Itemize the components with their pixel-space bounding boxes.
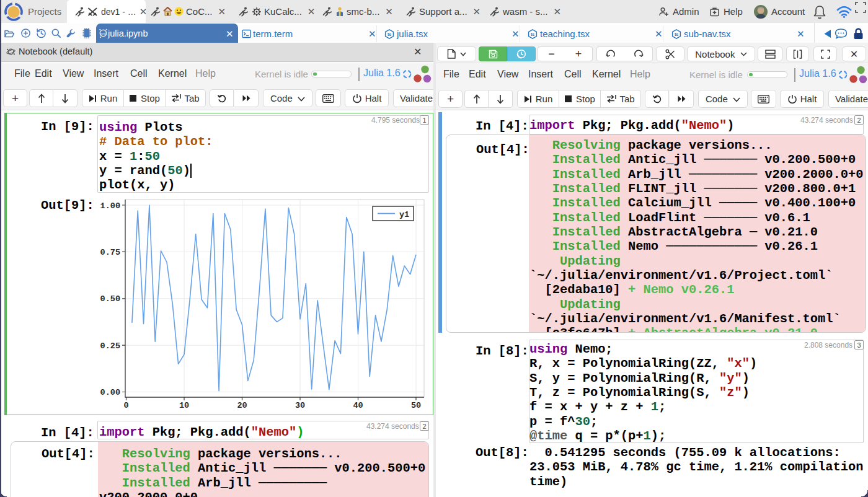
svg-text:y1: y1 bbox=[399, 210, 409, 219]
svg-text:ts: ts bbox=[388, 32, 391, 37]
svg-text:0.25: 0.25 bbox=[100, 341, 120, 351]
svg-text:ts: ts bbox=[531, 32, 534, 37]
svg-text:50: 50 bbox=[411, 401, 421, 409]
svg-text:0.75: 0.75 bbox=[100, 248, 120, 257]
svg-text:pynb: pynb bbox=[100, 32, 107, 35]
svg-text:0.00: 0.00 bbox=[100, 388, 120, 397]
svg-text:10: 10 bbox=[179, 401, 189, 409]
svg-text:40: 40 bbox=[353, 401, 363, 409]
svg-text:1.00: 1.00 bbox=[100, 201, 120, 211]
svg-text:30: 30 bbox=[295, 401, 305, 409]
svg-text:0: 0 bbox=[123, 401, 128, 409]
svg-text:ts: ts bbox=[675, 32, 678, 37]
svg-text:0.50: 0.50 bbox=[100, 294, 120, 304]
svg-text:20: 20 bbox=[237, 401, 247, 409]
